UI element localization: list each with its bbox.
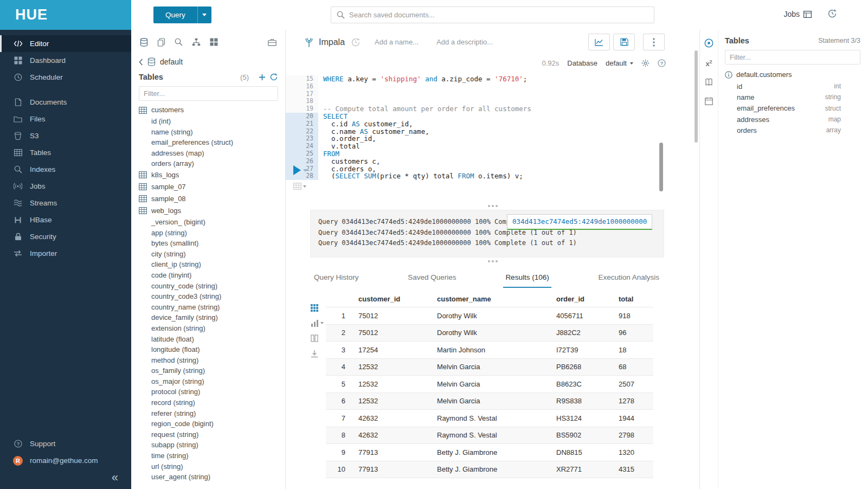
user-menu[interactable]: R romain@gethue.com (0, 452, 131, 469)
calendar-button[interactable] (705, 97, 713, 105)
results-row[interactable]: 275012Dorothy WilkJ882C296 (326, 324, 653, 342)
database-select[interactable]: default (606, 59, 633, 67)
column-row-email-preferences[interactable]: email_preferencesstruct (725, 103, 868, 114)
sidebar-item-editor[interactable]: Editor (0, 35, 131, 52)
database-breadcrumb[interactable]: default (160, 57, 183, 66)
results-row[interactable]: 1077913Betty J. GiambroneXR27714315 (326, 461, 653, 478)
sidebar-item-s3[interactable]: S3 (0, 127, 131, 144)
column-item[interactable]: longitude (float) (139, 344, 285, 355)
sidebar-item-scheduler[interactable]: Scheduler (0, 69, 131, 86)
grid9-button[interactable] (311, 304, 325, 312)
column-item[interactable]: country_name (string) (139, 302, 285, 313)
chart-button[interactable] (588, 34, 610, 50)
search-input[interactable] (349, 11, 654, 19)
more-actions-button[interactable] (643, 34, 665, 50)
tab-results-106[interactable]: Results (106) (503, 268, 551, 288)
results-row[interactable]: 977913Betty J. GiambroneDN88151320 (326, 444, 653, 461)
column-item[interactable]: bytes (smallint) (139, 238, 285, 249)
query-history-icon[interactable] (351, 38, 361, 47)
columns-button[interactable] (311, 334, 325, 342)
editor-scrollbar[interactable] (659, 143, 663, 191)
column-item[interactable]: extension (string) (139, 323, 285, 334)
download-button[interactable] (311, 350, 325, 358)
column-item[interactable]: protocol (string) (139, 387, 285, 397)
table-item-sample-08[interactable]: sample_08 (139, 193, 285, 205)
column-row-addresses[interactable]: addressesmap (725, 114, 868, 125)
column-item[interactable]: method (string) (139, 355, 285, 366)
column-item[interactable]: request (string) (139, 429, 285, 440)
table-item-customers[interactable]: customers (139, 104, 285, 116)
collapse-sidebar-button[interactable]: « (112, 471, 118, 484)
hue-logo[interactable]: HUE (0, 0, 131, 30)
results-header[interactable]: customer_name (433, 291, 552, 307)
results-header[interactable]: order_id (552, 291, 614, 307)
sidebar-item-files[interactable]: Files (0, 111, 131, 127)
column-item[interactable]: user_agent (string) (139, 472, 285, 482)
query-description-input[interactable] (436, 38, 504, 46)
compass-button[interactable] (704, 38, 713, 48)
support-link[interactable]: ? Support (0, 435, 131, 452)
results-row[interactable]: 175012Dorothy Wilk4056711918 (326, 307, 653, 325)
column-row-name[interactable]: namestring (725, 92, 868, 102)
column-item[interactable]: client_ip (string) (139, 259, 285, 270)
column-item[interactable]: addresses (map) (139, 148, 285, 159)
sidebar-item-hbase[interactable]: HBase (0, 211, 131, 228)
back-chevron-icon[interactable] (139, 59, 143, 66)
help-icon[interactable]: ? (658, 59, 666, 67)
right-filter-input[interactable] (725, 50, 860, 65)
column-item[interactable]: url (string) (139, 461, 285, 472)
sidebar-item-tables[interactable]: Tables (0, 144, 131, 161)
column-item[interactable]: code (tinyint) (139, 270, 285, 281)
table-item-web-logs[interactable]: web_logs (139, 205, 285, 217)
results-row[interactable]: 412532Melvin GarciaPB626868 (326, 358, 653, 376)
results-header[interactable]: customer_id (354, 291, 433, 307)
column-item[interactable]: record (string) (139, 397, 285, 408)
column-item[interactable]: country_code (string) (139, 281, 285, 292)
sidebar-item-dashboard[interactable]: Dashboard (0, 52, 131, 69)
results-row[interactable]: 612532Melvin GarciaR9S8381278 (326, 393, 653, 410)
results-row[interactable]: 742632Raymond S. VestalHS31241944 (326, 410, 653, 427)
column-item[interactable]: latitude (float) (139, 334, 285, 345)
sidebar-item-streams[interactable]: Streams (0, 195, 131, 211)
column-row-orders[interactable]: ordersarray (725, 125, 868, 136)
settings-gear-icon[interactable] (641, 59, 650, 67)
sidebar-item-jobs[interactable]: Jobs (0, 178, 131, 195)
sidebar-item-documents[interactable]: Documents (0, 94, 131, 111)
bar-chart-button[interactable] (311, 319, 325, 327)
refresh-tables-button[interactable] (270, 73, 278, 81)
results-header[interactable]: total (614, 291, 653, 307)
database-button[interactable] (140, 38, 148, 47)
column-item[interactable]: name (string) (139, 127, 285, 138)
column-item[interactable]: referer (string) (139, 408, 285, 419)
query-type-dropdown-button[interactable] (197, 7, 211, 23)
column-item[interactable]: country_code3 (string) (139, 291, 285, 302)
column-item[interactable]: time (string) (139, 451, 285, 461)
new-query-button[interactable]: Query (153, 7, 197, 23)
column-item[interactable]: email_preferences (struct) (139, 137, 285, 148)
page-scrollbar[interactable] (695, 50, 698, 143)
copy-button[interactable] (157, 38, 165, 47)
run-button[interactable] (293, 165, 307, 175)
column-item[interactable]: os_major (string) (139, 376, 285, 387)
superscript-button[interactable]: x2 (705, 59, 712, 67)
results-row[interactable]: 317254Martin JohnsonI72T3918 (326, 342, 653, 359)
column-item[interactable]: id (int) (139, 116, 285, 127)
sitemap-button[interactable] (192, 38, 201, 46)
sidebar-item-security[interactable]: Security (0, 228, 131, 245)
sidebar-item-importer[interactable]: Importer (0, 245, 131, 262)
grid-button[interactable] (210, 38, 218, 46)
column-item[interactable]: subapp (string) (139, 440, 285, 451)
column-row-id[interactable]: idint (725, 81, 868, 92)
column-item[interactable]: app (string) (139, 228, 285, 239)
code-editor[interactable]: 15WHERE a.key = 'shipping' and a.zip_cod… (286, 72, 699, 202)
table-item-sample-07[interactable]: sample_07 (139, 181, 285, 193)
results-header[interactable] (326, 291, 354, 307)
add-table-button[interactable] (259, 74, 266, 81)
tab-query-history[interactable]: Query History (312, 268, 361, 288)
active-table-entry[interactable]: default.customers (725, 70, 868, 79)
tables-filter-input[interactable] (139, 86, 278, 101)
briefcase-button[interactable] (268, 38, 277, 46)
snippet-type-button[interactable] (293, 183, 306, 190)
results-row[interactable]: 512532Melvin GarciaB8623C2507 (326, 376, 653, 393)
jobs-link[interactable]: Jobs (783, 10, 812, 18)
